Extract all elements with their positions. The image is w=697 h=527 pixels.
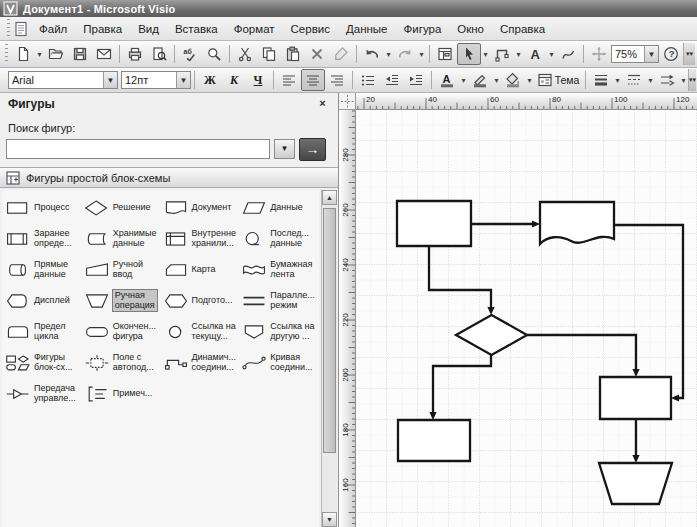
spelling-button[interactable]: аб (178, 43, 202, 65)
italic-button[interactable]: К (222, 69, 246, 91)
scroll-up-button[interactable]: ▲ (322, 190, 337, 205)
stencil-section-header[interactable]: Фигуры простой блок-схемы (0, 167, 338, 188)
stencil-item-paper-tape[interactable]: Бумажная лента (240, 254, 319, 285)
stencil-item-card[interactable]: Карта (162, 254, 241, 285)
stencil-item-off-page-reference[interactable]: Ссылка на другую ... (240, 316, 319, 347)
stencil-item-data[interactable]: Данные (240, 192, 319, 223)
connector-tool-button[interactable] (490, 43, 514, 65)
stencil-item-control-transfer[interactable]: Передача управле... (4, 378, 83, 409)
font-size-dropdown[interactable]: ▼ (176, 72, 190, 88)
flowchart-node-manual-operation[interactable] (599, 463, 672, 504)
format-painter-button[interactable] (329, 43, 353, 65)
menu-item-shape[interactable]: Фигура (396, 20, 450, 38)
line-weight-button[interactable] (589, 69, 613, 91)
stencil-item-flowchart-shapes[interactable]: Фигуры блок-сх... (4, 347, 83, 378)
underline-button[interactable]: Ч (246, 69, 270, 91)
font-size-combobox[interactable]: 12пт ▼ (121, 71, 191, 89)
line-pattern-button[interactable] (622, 69, 646, 91)
stencil-item-autosize-box[interactable]: Поле с автопод... (83, 347, 162, 378)
flowchart-node-process[interactable] (600, 377, 671, 419)
flowchart-node-process[interactable] (398, 420, 470, 461)
paste-button[interactable] (281, 43, 305, 65)
flowchart-node-process[interactable] (397, 201, 471, 246)
cut-button[interactable] (233, 43, 257, 65)
stencil-window-button[interactable] (433, 43, 457, 65)
stencil-item-display[interactable]: Дисплей (4, 285, 83, 316)
toolbar-drag-handle[interactable] (5, 44, 8, 65)
help-button[interactable]: ? (659, 43, 683, 65)
fill-color-dropdown[interactable]: ▾ (525, 76, 534, 85)
line-weight-dropdown[interactable]: ▾ (613, 76, 622, 85)
pointer-tool-dropdown[interactable]: ▾ (481, 50, 490, 59)
line-color-dropdown[interactable]: ▾ (492, 76, 501, 85)
print-preview-button[interactable] (147, 43, 171, 65)
drawing-page[interactable] (356, 110, 697, 527)
stencil-item-direct-data[interactable]: Прямые данные (4, 254, 83, 285)
theme-button[interactable]: Тема (534, 69, 582, 91)
pan-button[interactable] (587, 43, 611, 65)
stencil-item-decision[interactable]: Решение (83, 192, 162, 223)
line-ends-dropdown[interactable]: ▾ (679, 76, 688, 85)
bullets-button[interactable] (356, 69, 380, 91)
align-center-button[interactable] (301, 69, 325, 91)
redo-button[interactable] (393, 43, 417, 65)
font-name-dropdown[interactable]: ▼ (103, 72, 117, 88)
save-button[interactable] (68, 43, 92, 65)
menu-item-format[interactable]: Формат (226, 20, 283, 38)
pointer-tool-button[interactable] (457, 43, 481, 65)
toolbar-drag-handle[interactable] (7, 19, 10, 37)
new-document-button[interactable] (11, 43, 35, 65)
increase-indent-button[interactable] (404, 69, 428, 91)
find-button[interactable] (202, 43, 226, 65)
line-pattern-dropdown[interactable]: ▾ (646, 76, 655, 85)
scrollbar-thumb[interactable] (323, 208, 336, 453)
menu-item-view[interactable]: Вид (130, 20, 167, 38)
stencil-item-annotation[interactable]: Примеч... (83, 378, 162, 409)
freeform-tool-button[interactable] (556, 43, 580, 65)
redo-dropdown[interactable]: ▾ (417, 50, 426, 59)
menu-item-data[interactable]: Данные (338, 20, 396, 38)
stencil-item-loop-limit[interactable]: Предел цикла (4, 316, 83, 347)
stencil-item-terminator[interactable]: Окончен... фигура (83, 316, 162, 347)
text-tool-dropdown[interactable]: ▾ (547, 50, 556, 59)
decrease-indent-button[interactable] (380, 69, 404, 91)
search-go-button[interactable]: → (299, 138, 326, 161)
search-dropdown[interactable]: ▼ (274, 139, 295, 159)
toolbar-options-button[interactable]: ▾▾ (688, 69, 696, 91)
stencil-item-internal-storage[interactable]: Внутренне хранили... (162, 223, 241, 254)
connector-tool-dropdown[interactable]: ▾ (514, 50, 523, 59)
open-button[interactable] (44, 43, 68, 65)
stencil-item-predefined-process[interactable]: Заранее опреде... (4, 223, 83, 254)
font-name-combobox[interactable]: Arial ▼ (8, 71, 118, 89)
text-tool-button[interactable]: A (523, 43, 547, 65)
menu-item-help[interactable]: Справка (492, 20, 553, 38)
undo-dropdown[interactable]: ▾ (384, 50, 393, 59)
menu-item-edit[interactable]: Правка (75, 20, 130, 38)
flowchart-node-document[interactable] (540, 202, 614, 244)
fill-color-button[interactable] (501, 69, 525, 91)
stencil-item-process[interactable]: Процесс (4, 192, 83, 223)
stencil-item-preparation[interactable]: Подгото... (162, 285, 241, 316)
zoom-dropdown[interactable]: ▼ (644, 46, 658, 62)
close-icon[interactable]: × (315, 96, 330, 111)
line-color-button[interactable] (468, 69, 492, 91)
stencil-item-on-page-reference[interactable]: Ссылка на текущу... (162, 316, 241, 347)
font-color-button[interactable]: A (435, 69, 459, 91)
menu-item-insert[interactable]: Вставка (167, 20, 226, 38)
stencil-item-curved-connector[interactable]: Кривая соедини... (240, 347, 319, 378)
toolbar-options-button[interactable]: ▾▾ (683, 43, 695, 65)
menu-item-file[interactable]: Файл (31, 20, 75, 38)
delete-button[interactable] (305, 43, 329, 65)
stencil-item-manual-operation[interactable]: Ручная операция (83, 285, 162, 316)
stencil-scrollbar[interactable]: ▲ ▼ (321, 190, 337, 527)
zoom-combobox[interactable]: 75% ▼ (611, 45, 659, 63)
scroll-down-button[interactable]: ▼ (322, 512, 337, 527)
align-left-button[interactable] (277, 69, 301, 91)
line-ends-button[interactable] (655, 69, 679, 91)
menu-item-tools[interactable]: Сервис (283, 20, 338, 38)
print-button[interactable] (123, 43, 147, 65)
search-input[interactable] (6, 139, 270, 159)
stencil-item-manual-input[interactable]: Ручной ввод (83, 254, 162, 285)
stencil-item-dynamic-connector[interactable]: Динамич... соедини... (162, 347, 241, 378)
bold-button[interactable]: Ж (198, 69, 222, 91)
